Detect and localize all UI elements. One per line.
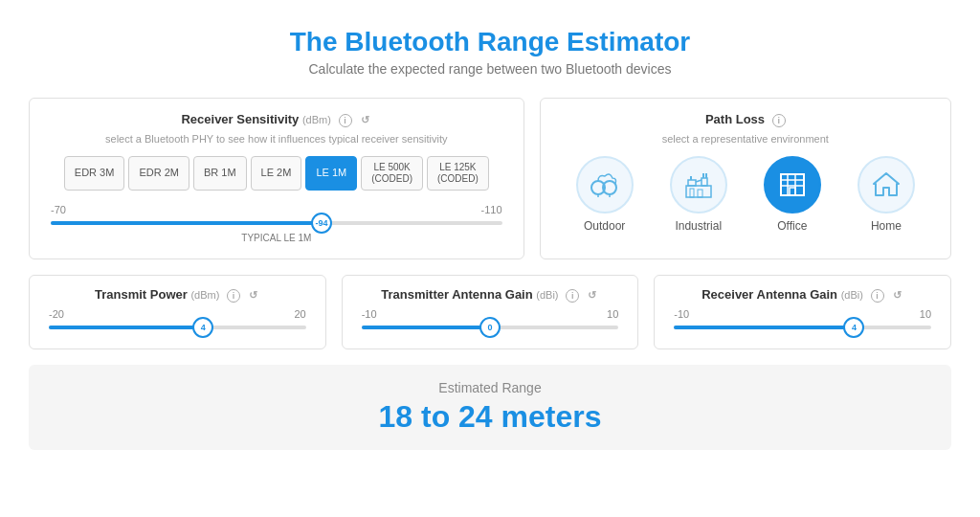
svg-rect-8	[690, 189, 694, 197]
result-label: Estimated Range	[44, 380, 936, 395]
rg-slider-track: 4	[674, 326, 931, 329]
receiver-gain-slider[interactable]: -10 10 4	[670, 308, 935, 329]
slider-center-label: TYPICAL LE 1M	[51, 233, 502, 243]
rg-min-label: -10	[674, 308, 689, 320]
tg-slider-track: 0	[362, 326, 619, 329]
header: The Bluetooth Range Estimator Calculate …	[29, 27, 951, 77]
svg-marker-19	[874, 173, 899, 195]
receiver-gain-refresh-icon[interactable]: ↺	[890, 289, 903, 303]
tp-slider-thumb[interactable]: 4	[192, 317, 213, 338]
env-home-circle	[858, 156, 915, 214]
transmit-power-refresh-icon[interactable]: ↺	[247, 289, 260, 303]
slider-fill	[51, 221, 322, 225]
env-home-label: Home	[871, 219, 902, 233]
phy-btn-edr3m[interactable]: EDR 3M	[64, 156, 125, 191]
page-container: The Bluetooth Range Estimator Calculate …	[0, 0, 980, 469]
env-outdoor-circle	[576, 156, 634, 214]
slider-min-label: -70	[51, 204, 66, 215]
env-outdoor[interactable]: Outdoor	[576, 156, 634, 233]
phy-btn-edr2m[interactable]: EDR 2M	[128, 156, 189, 191]
svg-line-7	[696, 180, 702, 182]
env-office-label: Office	[777, 219, 807, 233]
svg-rect-18	[790, 188, 795, 195]
transmitter-gain-info-icon[interactable]: i	[566, 289, 579, 303]
rg-slider-thumb[interactable]: 4	[843, 317, 864, 338]
path-loss-subtitle: select a representative environment	[558, 133, 933, 145]
result-value: 18 to 24 meters	[44, 399, 936, 435]
env-home[interactable]: Home	[858, 156, 915, 233]
phy-btn-le125k[interactable]: LE 125K(CODED)	[427, 156, 489, 191]
receiver-sensitivity-info-icon[interactable]: i	[339, 114, 352, 127]
env-office[interactable]: Office	[764, 156, 821, 233]
transmit-power-panel: Transmit Power (dBm) i ↺ -20 20 4	[29, 275, 326, 349]
slider-thumb[interactable]: -94	[311, 213, 332, 234]
path-loss-info-icon[interactable]: i	[772, 114, 786, 127]
home-icon	[870, 169, 902, 201]
env-industrial-label: Industrial	[675, 219, 722, 233]
office-icon	[776, 169, 809, 201]
tg-max-label: 10	[607, 308, 618, 320]
receiver-gain-info-icon[interactable]: i	[871, 289, 884, 303]
receiver-sensitivity-refresh-icon[interactable]: ↺	[358, 114, 371, 127]
phy-button-group: EDR 3M EDR 2M BR 1M LE 2M LE 1M LE 500K(…	[47, 156, 506, 191]
transmit-power-title: Transmit Power (dBm) i ↺	[45, 287, 310, 303]
phy-btn-le1m[interactable]: LE 1M	[305, 156, 357, 191]
env-outdoor-label: Outdoor	[584, 219, 625, 233]
svg-rect-13	[781, 174, 804, 195]
path-loss-panel: Path Loss i select a representative envi…	[540, 98, 951, 259]
svg-rect-6	[702, 178, 707, 186]
receiver-sensitivity-panel: Receiver Sensitivity (dBm) i ↺ select a …	[29, 98, 524, 259]
slider-track: -94	[51, 221, 502, 225]
receiver-sensitivity-subtitle: select a Bluetooth PHY to see how it inf…	[47, 133, 506, 145]
main-panels: Receiver Sensitivity (dBm) i ↺ select a …	[29, 98, 951, 259]
receiver-sensitivity-slider[interactable]: -70 -110 -94 TYPICAL LE 1M	[47, 204, 506, 243]
phy-btn-le500k[interactable]: LE 500K(CODED)	[361, 156, 423, 191]
tp-min-label: -20	[49, 308, 64, 320]
transmitter-gain-title: Transmitter Antenna Gain (dBi) i ↺	[358, 287, 623, 303]
env-office-circle	[764, 156, 821, 214]
environment-icons: Outdoor	[558, 156, 933, 233]
slider-max-label: -110	[481, 204, 502, 215]
transmitter-gain-slider[interactable]: -10 10 0	[358, 308, 623, 329]
tg-min-label: -10	[362, 308, 377, 320]
receiver-sensitivity-title: Receiver Sensitivity (dBm) i ↺	[47, 112, 506, 127]
svg-rect-5	[688, 180, 696, 186]
phy-btn-le2m[interactable]: LE 2M	[251, 156, 302, 191]
svg-rect-9	[698, 190, 702, 197]
path-loss-title: Path Loss i	[558, 112, 933, 127]
bottom-panels: Transmit Power (dBm) i ↺ -20 20 4	[29, 275, 951, 349]
transmitter-gain-panel: Transmitter Antenna Gain (dBi) i ↺ -10 1…	[342, 275, 639, 349]
receiver-gain-title: Receiver Antenna Gain (dBi) i ↺	[670, 287, 935, 303]
industrial-icon	[682, 169, 715, 201]
transmitter-gain-refresh-icon[interactable]: ↺	[586, 289, 599, 303]
tg-slider-thumb[interactable]: 0	[479, 317, 501, 338]
result-section: Estimated Range 18 to 24 meters	[29, 365, 951, 450]
page-subtitle: Calculate the expected range between two…	[29, 61, 951, 77]
tp-slider-track: 4	[49, 326, 306, 329]
transmit-power-slider[interactable]: -20 20 4	[45, 308, 310, 329]
rg-max-label: 10	[920, 308, 931, 320]
tp-max-label: 20	[294, 308, 305, 320]
page-title: The Bluetooth Range Estimator	[29, 27, 951, 57]
env-industrial[interactable]: Industrial	[670, 156, 727, 233]
phy-btn-br1m[interactable]: BR 1M	[193, 156, 247, 191]
outdoor-icon	[589, 169, 621, 201]
receiver-gain-panel: Receiver Antenna Gain (dBi) i ↺ -10 10 4	[654, 275, 951, 349]
env-industrial-circle	[670, 156, 727, 214]
transmit-power-info-icon[interactable]: i	[227, 289, 240, 303]
